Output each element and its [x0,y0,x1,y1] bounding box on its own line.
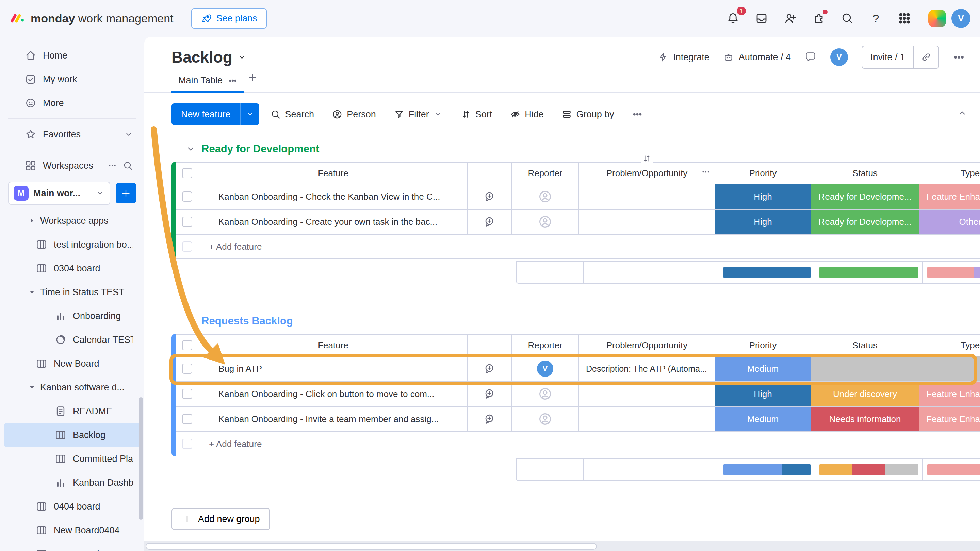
reporter-cell[interactable] [512,210,579,234]
tab-main-table[interactable]: Main Table [172,75,244,92]
sidebar-group-workspace-apps[interactable]: Workspace apps [4,209,140,233]
column-header-type[interactable]: Type [920,163,980,184]
sidebar-item-test-integration-bo-[interactable]: test integration bo... [4,233,140,256]
priority-cell[interactable]: High [715,382,811,406]
brand[interactable]: monday work management [10,11,173,26]
new-feature-button[interactable]: New feature [172,103,259,125]
apps-marketplace-button[interactable] [807,7,830,30]
reporter-cell[interactable]: V [512,356,579,381]
board-subscriber-avatar[interactable]: V [830,48,848,66]
sidebar-item-onboarding[interactable]: Onboarding [4,304,140,328]
hide-tool[interactable]: Hide [503,103,550,125]
column-header-problem[interactable]: Problem/Opportunity [579,163,715,184]
status-cell[interactable]: Ready for Developme... [811,184,920,209]
summary-distribution-bar[interactable] [819,267,918,278]
user-avatar[interactable]: V [951,9,970,28]
summary-distribution-bar[interactable] [927,267,980,278]
sidebar-item-my-work[interactable]: My work [4,67,140,91]
select-all-checkbox[interactable] [182,168,192,178]
column-header-priority[interactable]: Priority [715,163,811,184]
open-item-cell[interactable] [468,356,512,381]
new-feature-dropdown[interactable] [240,103,259,125]
add-feature-row[interactable]: + Add feature [176,432,980,456]
group-title[interactable]: Requests Backlog [172,311,980,331]
problem-cell[interactable] [579,407,715,431]
sidebar-item-new-board[interactable]: New Board [4,542,140,551]
person-filter-tool[interactable]: Person [325,103,383,125]
sidebar-item-new-board0404[interactable]: New Board0404 [4,518,140,542]
sidebar-item-more[interactable]: More [4,91,140,115]
workspaces-header[interactable]: Workspaces [4,154,140,178]
sidebar-item-home[interactable]: Home [4,43,140,67]
sidebar-group-time-in-status-test[interactable]: Time in Status TEST [4,280,140,304]
status-cell[interactable]: Needs information [811,407,920,431]
column-menu-icon[interactable] [701,167,711,179]
add-feature-row[interactable]: + Add feature [176,235,980,259]
column-header-priority[interactable]: Priority [715,335,811,356]
see-plans-button[interactable]: See plans [191,8,267,29]
sidebar-group-kanban-software-d-[interactable]: Kanban software d... [4,375,140,399]
select-all-checkbox[interactable] [182,340,192,350]
invite-members-button[interactable] [778,7,802,30]
sidebar-item-committed-plan[interactable]: Committed Plan [4,447,140,471]
type-cell[interactable]: Other [920,210,980,234]
invite-button[interactable]: Invite / 1 [862,52,913,63]
group-by-tool[interactable]: Group by [555,103,621,125]
sidebar-item-new-board[interactable]: New Board [4,352,140,375]
open-item-cell[interactable] [468,210,512,234]
priority-cell[interactable]: High [715,184,811,209]
sidebar-item-0304-board[interactable]: 0304 board [4,256,140,280]
summary-distribution-bar[interactable] [724,464,810,475]
reporter-cell[interactable] [512,184,579,209]
row-checkbox[interactable] [182,192,192,202]
horizontal-scrollbar[interactable] [144,541,980,551]
toolbar-more-button[interactable] [625,103,649,125]
type-cell[interactable] [920,356,980,381]
feature-cell[interactable]: Bug in ATP [199,356,468,381]
row-checkbox[interactable] [182,389,192,399]
product-switcher-button[interactable] [893,7,916,30]
column-header-feature[interactable]: Feature [199,163,468,184]
scrollbar-thumb[interactable] [146,543,597,549]
column-header-status[interactable]: Status [811,335,920,356]
global-search-button[interactable] [836,7,859,30]
feature-cell[interactable]: Kanban Onboarding - Create your own task… [199,210,468,234]
type-cell[interactable]: Feature Enhancement [920,407,980,431]
search-tool[interactable]: Search [263,103,321,125]
row-checkbox[interactable] [182,364,192,374]
add-feature-button[interactable]: + Add feature [199,439,262,449]
summary-distribution-bar[interactable] [819,464,918,475]
add-feature-button[interactable]: + Add feature [199,241,262,252]
open-item-cell[interactable] [468,382,512,406]
workspace-dropdown[interactable]: M Main wor... [8,182,110,205]
open-item-cell[interactable] [468,407,512,431]
column-header-problem[interactable]: Problem/Opportunity [579,335,715,356]
sort-tool[interactable]: Sort [453,103,499,125]
notifications-button[interactable]: 1 [721,7,745,30]
problem-cell[interactable]: Description: The ATP (Automa... [579,356,715,381]
problem-cell[interactable] [579,210,715,234]
feature-cell[interactable]: Kanban Onboarding - Click on button to m… [199,382,468,406]
add-board-button[interactable] [116,183,136,203]
feature-name[interactable]: Bug in ATP [199,364,467,374]
sidebar-scrollbar[interactable] [139,397,143,520]
work-management-product-icon[interactable] [928,10,946,27]
add-new-group-button[interactable]: Add new group [172,508,270,530]
help-button[interactable]: ? [864,7,888,30]
reporter-cell[interactable] [512,382,579,406]
feature-name[interactable]: Kanban Onboarding - Create your own task… [199,217,467,227]
board-menu-button[interactable] [953,51,965,63]
row-checkbox[interactable] [182,414,192,424]
sidebar-item-0404-board[interactable]: 0404 board [4,495,140,518]
priority-cell[interactable]: Medium [715,407,811,431]
board-discussion-button[interactable] [804,51,817,63]
open-item-cell[interactable] [468,184,512,209]
sidebar-item-kanban-dashbo-[interactable]: Kanban Dashbo... [4,471,140,495]
summary-distribution-bar[interactable] [927,464,980,475]
sidebar-item-readme[interactable]: README [4,399,140,423]
copy-link-button[interactable] [914,46,939,69]
column-header-type[interactable]: Type [920,335,980,356]
feature-name[interactable]: Kanban Onboarding - Check the Kanban Vie… [199,192,467,202]
summary-distribution-bar[interactable] [724,267,810,278]
status-cell[interactable]: Ready for Developme... [811,210,920,234]
